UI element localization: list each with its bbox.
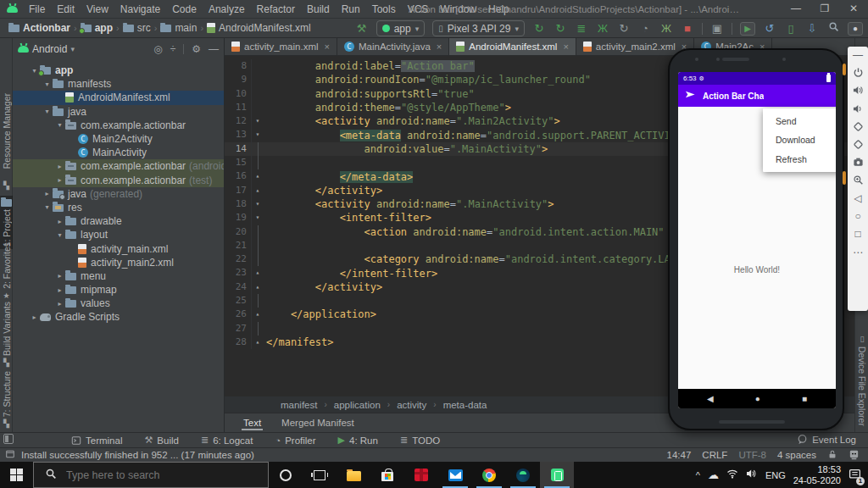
search-input[interactable] xyxy=(64,469,234,482)
xml-breadcrumb-meta-data[interactable]: meta-data xyxy=(443,400,487,410)
tree-item-com-example-actionbar[interactable]: ▸com.example.actionbar(test) xyxy=(13,174,224,187)
rotate-left-icon[interactable] xyxy=(851,120,865,133)
editor-tab-activity_main.xml[interactable]: activity_main.xml× xyxy=(225,38,337,55)
line-separator[interactable]: CRLF xyxy=(702,450,727,460)
attach-debugger-icon[interactable]: Ж xyxy=(659,22,673,36)
chevron-down-icon[interactable]: ▾ xyxy=(70,45,75,53)
breadcrumb-item-actionbar[interactable]: Actionbar xyxy=(8,22,70,34)
gear-icon[interactable]: ⚙ xyxy=(192,43,201,55)
tool-window-todo[interactable]: ≣TODO xyxy=(400,435,440,446)
cursor-position[interactable]: 14:47 xyxy=(667,450,692,460)
line-number[interactable]: 21 xyxy=(225,239,252,252)
stop-icon[interactable]: ■ xyxy=(681,22,694,36)
sdk-manager-icon[interactable]: ⇩ xyxy=(805,22,819,36)
android-studio-button[interactable] xyxy=(506,462,540,488)
project-view-selector[interactable]: Android xyxy=(32,43,67,55)
chrome-button[interactable] xyxy=(472,462,506,488)
breadcrumb-item-androidmanifest.xml[interactable]: AndroidManifest.xml xyxy=(207,22,311,34)
gift-app-button[interactable] xyxy=(404,462,438,488)
app-bar-arrow-icon[interactable] xyxy=(685,89,696,103)
collapsed-arrow-icon[interactable]: ▸ xyxy=(54,286,65,294)
menu-run[interactable]: Run xyxy=(336,3,366,15)
apply-changes-icon[interactable]: ↻ xyxy=(532,22,546,36)
build-hammer-icon[interactable]: ⚒ xyxy=(355,22,369,36)
close-tab-icon[interactable]: × xyxy=(563,42,568,52)
editor-tab-androidmanifest.xml[interactable]: AndroidManifest.xml× xyxy=(449,38,576,55)
tool-stripe-structure-btn[interactable]: ▚ xyxy=(0,179,13,192)
maximize-button[interactable]: ❐ xyxy=(810,0,839,19)
minimize-button[interactable]: — xyxy=(782,0,810,19)
expanded-arrow-icon[interactable]: ▾ xyxy=(42,203,53,211)
tree-item-mainactivity[interactable]: CMainActivity xyxy=(13,146,224,159)
menu-item-send[interactable]: Send xyxy=(763,116,836,126)
collapsed-arrow-icon[interactable]: ▸ xyxy=(42,190,53,197)
bottom-tab-text[interactable]: Text xyxy=(235,413,270,432)
collapse-all-icon[interactable]: ÷ xyxy=(170,43,176,55)
line-number[interactable]: 17 xyxy=(225,184,252,197)
more-icon[interactable]: ⋯ xyxy=(851,246,865,258)
tree-item-mipmap[interactable]: ▸mipmap xyxy=(13,283,224,297)
tool-window-terminal[interactable]: Terminal xyxy=(71,435,122,446)
volume-down-icon[interactable] xyxy=(851,103,865,115)
nav-back-icon[interactable]: ◀ xyxy=(707,394,714,403)
tree-item-app[interactable]: ▾app xyxy=(13,64,224,77)
tool-window-profiler[interactable]: ◔Profiler xyxy=(275,435,315,446)
emulator-button[interactable] xyxy=(540,462,574,488)
line-number[interactable]: 18 xyxy=(225,197,252,211)
rotate-right-icon[interactable] xyxy=(851,138,865,151)
attach-profiler-icon[interactable]: ↻ xyxy=(617,22,631,36)
fold-marker-icon[interactable]: ▴ xyxy=(252,266,264,280)
close-tab-icon[interactable]: × xyxy=(325,42,330,52)
avatar-icon[interactable]: ● xyxy=(848,22,863,36)
file-explorer-button[interactable] xyxy=(337,462,370,488)
close-button[interactable]: ✕ xyxy=(839,0,868,19)
fold-marker-icon[interactable]: ▾ xyxy=(252,211,264,225)
tree-item-manifests[interactable]: ▾manifests xyxy=(13,77,224,91)
task-view-button[interactable] xyxy=(303,462,337,488)
xml-breadcrumb-activity[interactable]: activity xyxy=(397,400,426,410)
fold-marker-icon[interactable]: ▴ xyxy=(252,336,264,349)
menu-view[interactable]: View xyxy=(81,3,114,15)
line-number[interactable]: 13 xyxy=(225,128,252,141)
line-number[interactable]: 24 xyxy=(225,280,252,294)
expanded-arrow-icon[interactable]: ▾ xyxy=(54,231,65,239)
tool-window-switcher-icon[interactable] xyxy=(3,434,14,444)
collapsed-arrow-icon[interactable]: ▸ xyxy=(54,218,65,225)
tool-window-4-run[interactable]: ▶4: Run xyxy=(338,435,378,446)
tree-item-com-example-actionbar[interactable]: ▾com.example.actionbar xyxy=(13,119,224,132)
minimize-icon[interactable]: — xyxy=(851,48,865,61)
tree-item-main2activity[interactable]: CMain2Activity xyxy=(13,132,224,146)
onedrive-cloud-icon[interactable]: ☁ xyxy=(708,469,719,481)
menu-tools[interactable]: Tools xyxy=(366,3,402,15)
line-number[interactable]: 26 xyxy=(225,308,252,321)
fold-marker-icon[interactable]: ▴ xyxy=(252,169,264,183)
line-number[interactable]: 12 xyxy=(225,114,252,128)
menu-navigate[interactable]: Navigate xyxy=(114,3,166,15)
fold-marker-icon[interactable]: ▾ xyxy=(252,128,264,141)
menu-build[interactable]: Build xyxy=(301,3,336,15)
tree-item-java[interactable]: ▾java xyxy=(13,105,224,119)
expanded-arrow-icon[interactable]: ▾ xyxy=(42,80,53,88)
search-everywhere-icon[interactable] xyxy=(826,21,840,36)
taskbar-clock[interactable]: 18:53 24-05-2020 xyxy=(793,464,841,486)
nav-overview-icon[interactable]: ■ xyxy=(802,394,807,403)
collapsed-arrow-icon[interactable]: ▸ xyxy=(54,163,65,170)
screenshot-icon[interactable] xyxy=(851,156,865,169)
line-number[interactable]: 28 xyxy=(225,336,252,349)
tree-item-layout[interactable]: ▾layout xyxy=(13,228,224,241)
back-icon[interactable]: ◁ xyxy=(851,192,865,205)
tool-stripe-resource-manager[interactable]: Resource Manager xyxy=(0,91,13,171)
breadcrumb-item-main[interactable]: main xyxy=(160,22,197,34)
xml-breadcrumb-application[interactable]: application xyxy=(334,400,381,410)
breadcrumb-item-app[interactable]: app xyxy=(81,22,113,34)
line-number[interactable]: 11 xyxy=(225,101,252,114)
emulator-screen[interactable]: 6:53 ⚙ Action Bar Chan Hello World! ◀ ● … xyxy=(678,72,836,408)
run-config-dropdown[interactable]: app ▾ xyxy=(376,20,426,36)
notification-center-button[interactable]: 1 xyxy=(849,468,861,483)
device-dropdown[interactable]: ▯ Pixel 3 API 29 ▾ xyxy=(432,20,525,36)
line-number[interactable]: 22 xyxy=(225,252,252,266)
apply-code-changes-icon[interactable]: ↻ xyxy=(554,22,567,36)
tree-item-androidmanifest-xml[interactable]: AndroidManifest.xml xyxy=(13,91,224,104)
line-number[interactable]: 20 xyxy=(225,225,252,239)
fold-marker-icon[interactable]: ▾ xyxy=(252,197,264,211)
